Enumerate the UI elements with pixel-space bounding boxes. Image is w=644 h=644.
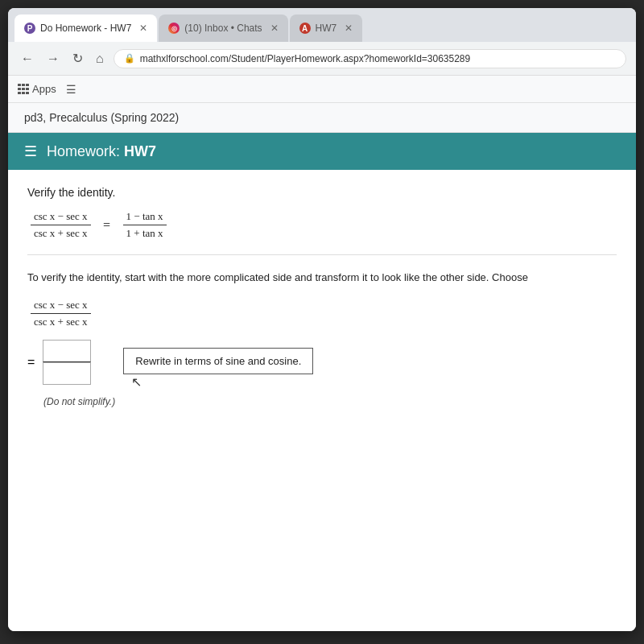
input-fraction (43, 340, 91, 385)
tab3-icon: A (299, 23, 311, 34)
address-bar: ← → ↻ ⌂ 🔒 mathxlforschool.com/Student/Pl… (8, 42, 636, 76)
cursor-icon: ↖ (131, 374, 142, 390)
forward-button[interactable]: → (43, 50, 63, 68)
work-denominator: csc x + sec x (31, 314, 91, 328)
input-area: = (27, 340, 91, 385)
tab1-icon: P (24, 23, 35, 34)
numerator-input-box[interactable] (43, 340, 91, 362)
tab1-close[interactable]: ✕ (139, 23, 147, 34)
numerator-right: 1 − tan x (123, 210, 167, 225)
work-area: = Rewrite in terms of sine and cosine. ↖ (27, 340, 617, 390)
tab-inbox[interactable]: ◎ (10) Inbox • Chats ✕ (159, 14, 287, 42)
tab3-close[interactable]: ✕ (345, 23, 353, 34)
tab-do-homework[interactable]: P Do Homework - HW7 ✕ (14, 14, 157, 42)
tab3-label: HW7 (316, 23, 337, 34)
work-numerator: csc x − sec x (31, 299, 91, 314)
tab-hw7[interactable]: A HW7 ✕ (290, 14, 363, 42)
hint-box[interactable]: Rewrite in terms of sine and cosine. (123, 348, 313, 374)
page-content: pd3, Precalculus (Spring 2022) ☰ Homewor… (8, 103, 636, 631)
url-text: mathxlforschool.com/Student/PlayerHomewo… (140, 53, 471, 64)
tab2-label: (10) Inbox • Chats (184, 23, 262, 34)
instruction-text: To verify the identity, start with the m… (27, 270, 617, 286)
tab2-icon: ◎ (168, 23, 180, 34)
equals-input: = (27, 355, 35, 369)
refresh-button[interactable]: ↻ (69, 49, 86, 68)
lock-icon: 🔒 (124, 53, 135, 64)
hint-area: Rewrite in terms of sine and cosine. ↖ (123, 340, 313, 390)
browser-window: P Do Homework - HW7 ✕ ◎ (10) Inbox • Cha… (8, 8, 636, 631)
denominator-right: 1 + tan x (123, 225, 167, 240)
numerator-left: csc x − sec x (31, 210, 91, 225)
equals-sign: = (103, 218, 110, 232)
divider (27, 254, 617, 255)
home-button[interactable]: ⌂ (93, 50, 107, 68)
course-header: pd3, Precalculus (Spring 2022) (8, 103, 636, 133)
equation-fraction-right: 1 − tan x 1 + tan x (123, 210, 167, 240)
homework-banner: ☰ Homework: HW7 (8, 133, 636, 170)
homework-title: Homework: HW7 (47, 143, 156, 160)
work-fraction-display: csc x − sec x csc x + sec x (27, 299, 617, 328)
grid-icon (18, 84, 29, 95)
main-content: Verify the identity. csc x − sec x csc x… (8, 170, 636, 423)
homework-title-label: Homework: (47, 143, 124, 159)
url-bar[interactable]: 🔒 mathxlforschool.com/Student/PlayerHome… (114, 49, 626, 68)
tab1-label: Do Homework - HW7 (40, 23, 131, 34)
do-not-simplify-text: (Do not simplify.) (43, 396, 617, 407)
bookmark-icon[interactable]: ☰ (66, 83, 76, 96)
tab-bar: P Do Homework - HW7 ✕ ◎ (10) Inbox • Cha… (8, 8, 636, 42)
back-button[interactable]: ← (18, 50, 37, 68)
verify-text: Verify the identity. (27, 186, 617, 199)
equation-display: csc x − sec x csc x + sec x = 1 − tan x … (27, 210, 617, 240)
hint-label: Rewrite in terms of sine and cosine. (135, 355, 301, 367)
hamburger-icon[interactable]: ☰ (24, 142, 37, 160)
apps-label: Apps (32, 83, 56, 95)
denominator-left: csc x + sec x (31, 225, 91, 240)
work-fraction: csc x − sec x csc x + sec x (31, 299, 91, 328)
course-title: pd3, Precalculus (Spring 2022) (24, 111, 179, 124)
denominator-input-box[interactable] (43, 362, 91, 385)
tab2-close[interactable]: ✕ (270, 23, 279, 34)
apps-button[interactable]: Apps (18, 83, 56, 95)
bookmarks-bar: Apps ☰ (8, 76, 636, 103)
equation-fraction-left: csc x − sec x csc x + sec x (31, 210, 91, 240)
homework-bold-label: HW7 (124, 143, 156, 159)
